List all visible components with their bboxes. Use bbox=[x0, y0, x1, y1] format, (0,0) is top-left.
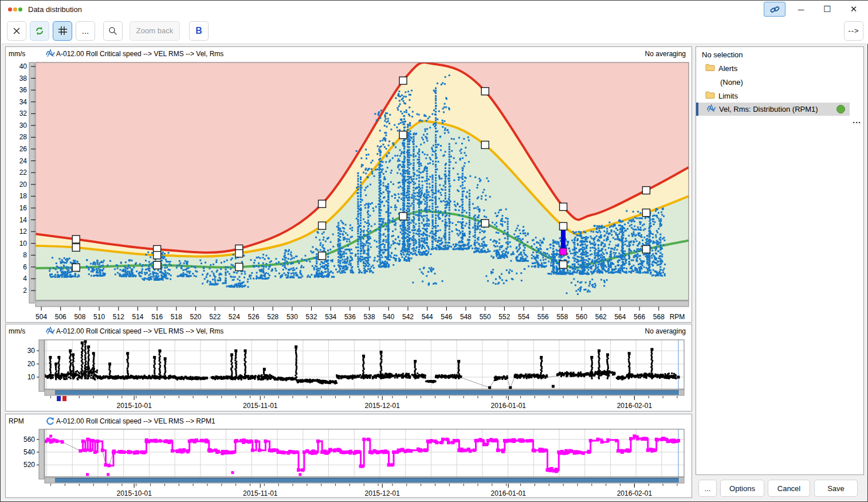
svg-text:22: 22 bbox=[19, 168, 28, 177]
scrollbar-right-cap[interactable] bbox=[680, 390, 684, 395]
svg-text:512: 512 bbox=[113, 313, 124, 321]
limit-handle-yellow[interactable] bbox=[481, 141, 489, 148]
svg-text:544: 544 bbox=[422, 313, 433, 321]
export-arrow-button[interactable]: --> bbox=[844, 21, 863, 41]
limit-handle-yellow[interactable] bbox=[560, 222, 567, 230]
current-rpm-marker[interactable] bbox=[560, 248, 567, 255]
status-dot bbox=[836, 105, 845, 113]
scrollbar-left-cap[interactable] bbox=[45, 478, 55, 483]
limit-handle-green[interactable] bbox=[319, 252, 326, 260]
svg-text:6: 6 bbox=[23, 263, 27, 271]
svg-text:2015-12-01: 2015-12-01 bbox=[365, 402, 400, 410]
svg-text:2015-11-01: 2015-11-01 bbox=[243, 402, 278, 410]
trend-unit-label: mm/s bbox=[9, 327, 25, 335]
limit-handle-yellow[interactable] bbox=[72, 244, 80, 251]
search-icon bbox=[108, 26, 117, 36]
svg-text:506: 506 bbox=[55, 313, 66, 321]
event-marker[interactable] bbox=[57, 396, 61, 401]
limit-handle-green[interactable] bbox=[642, 245, 650, 253]
svg-text:2016-02-01: 2016-02-01 bbox=[617, 402, 653, 410]
time-range-scrollbar[interactable] bbox=[55, 478, 679, 483]
y-axis-scrollbar[interactable] bbox=[39, 429, 44, 479]
limit-handle-red[interactable] bbox=[560, 203, 567, 210]
distribution-averaging-label: No averaging bbox=[645, 50, 686, 58]
time-range-scrollbar[interactable] bbox=[55, 390, 679, 395]
options-button[interactable]: Options bbox=[720, 480, 764, 497]
sidebar-item-none[interactable]: (None) bbox=[696, 75, 863, 89]
sidebar-group-alerts[interactable]: Alerts bbox=[696, 61, 863, 75]
x-axis-scrollbar[interactable] bbox=[36, 301, 689, 307]
svg-text:568: 568 bbox=[653, 313, 665, 321]
maximize-button[interactable]: ☐ bbox=[816, 2, 838, 17]
trend-averaging-label: No averaging bbox=[645, 327, 686, 335]
speed-icon bbox=[46, 417, 54, 427]
limit-handle-yellow[interactable] bbox=[154, 252, 161, 259]
close-button[interactable]: ✕ bbox=[843, 2, 865, 17]
limit-handle-red[interactable] bbox=[319, 200, 326, 207]
link-toggle-button[interactable] bbox=[764, 2, 785, 17]
svg-text:536: 536 bbox=[344, 313, 356, 321]
item-menu-button[interactable]: ... bbox=[853, 116, 861, 125]
save-button[interactable]: Save bbox=[814, 480, 858, 497]
svg-text:524: 524 bbox=[229, 313, 240, 321]
svg-text:26: 26 bbox=[19, 145, 28, 153]
bold-button[interactable]: B bbox=[189, 21, 209, 41]
limit-handle-green[interactable] bbox=[72, 264, 80, 271]
limit-handle-yellow[interactable] bbox=[399, 131, 407, 139]
rpm-plot[interactable]: 5205405602015-10-012015-11-012015-12-012… bbox=[6, 414, 693, 499]
limit-handle-red[interactable] bbox=[481, 88, 489, 95]
scrollbar-left-cap[interactable] bbox=[45, 390, 55, 395]
limit-handle-yellow[interactable] bbox=[319, 222, 326, 229]
svg-text:550: 550 bbox=[480, 313, 491, 321]
refresh-icon bbox=[34, 26, 45, 36]
distribution-plot[interactable]: 2468101214161820222426283032343638405045… bbox=[6, 47, 693, 323]
svg-text:8: 8 bbox=[23, 251, 27, 259]
svg-text:24: 24 bbox=[19, 157, 28, 165]
svg-text:2015-10-01: 2015-10-01 bbox=[116, 489, 152, 497]
close-icon bbox=[13, 27, 21, 35]
footer-more-button[interactable]: ... bbox=[698, 480, 717, 497]
refresh-button[interactable] bbox=[30, 21, 49, 41]
waveform-icon bbox=[706, 104, 716, 114]
svg-text:554: 554 bbox=[518, 313, 529, 321]
scrollbar-right-cap[interactable] bbox=[680, 478, 684, 483]
limit-handle-green[interactable] bbox=[235, 263, 243, 270]
folder-icon bbox=[705, 91, 715, 100]
svg-text:2016-01-01: 2016-01-01 bbox=[491, 402, 527, 410]
sidebar-item-vel-rms-distribution[interactable]: Vel, Rms: Distribution (RPM1) bbox=[696, 103, 850, 116]
search-button[interactable] bbox=[103, 21, 123, 41]
close-view-button[interactable] bbox=[7, 21, 26, 41]
trend-plot[interactable]: 1020302015-10-012015-11-012015-12-012016… bbox=[6, 324, 693, 412]
limit-handle-yellow[interactable] bbox=[235, 250, 243, 257]
grid-toggle-button[interactable] bbox=[53, 21, 72, 41]
limit-handle-green[interactable] bbox=[560, 261, 567, 268]
svg-text:16: 16 bbox=[19, 204, 28, 212]
svg-text:556: 556 bbox=[537, 313, 549, 321]
limit-handle-red[interactable] bbox=[72, 236, 80, 243]
waveform-icon bbox=[46, 49, 55, 59]
svg-text:38: 38 bbox=[19, 74, 28, 83]
svg-text:28: 28 bbox=[19, 133, 28, 141]
zoom-back-button[interactable]: Zoom back bbox=[129, 21, 180, 41]
sidebar-group-limits[interactable]: Limits bbox=[696, 89, 863, 103]
svg-text:18: 18 bbox=[19, 192, 28, 200]
toolbar-more-button[interactable]: ... bbox=[76, 21, 95, 41]
selection-indicator bbox=[696, 103, 698, 116]
window-title: Data distribution bbox=[28, 5, 82, 14]
link-icon bbox=[770, 5, 780, 14]
minimize-button[interactable]: ─ bbox=[790, 2, 812, 17]
limit-handle-green[interactable] bbox=[481, 219, 489, 227]
limit-handle-red[interactable] bbox=[399, 77, 407, 84]
limit-handle-green[interactable] bbox=[154, 261, 161, 269]
svg-text:10: 10 bbox=[19, 240, 28, 248]
limit-handle-red[interactable] bbox=[642, 187, 650, 194]
limit-handle-yellow[interactable] bbox=[642, 209, 650, 217]
event-marker[interactable] bbox=[62, 396, 66, 401]
svg-text:516: 516 bbox=[151, 313, 163, 321]
y-axis-scrollbar[interactable] bbox=[39, 340, 44, 391]
cancel-button[interactable]: Cancel bbox=[768, 480, 810, 497]
svg-text:518: 518 bbox=[171, 313, 182, 321]
selection-bar[interactable] bbox=[561, 229, 565, 249]
svg-text:2015-12-01: 2015-12-01 bbox=[365, 489, 400, 497]
limit-handle-green[interactable] bbox=[399, 213, 407, 220]
